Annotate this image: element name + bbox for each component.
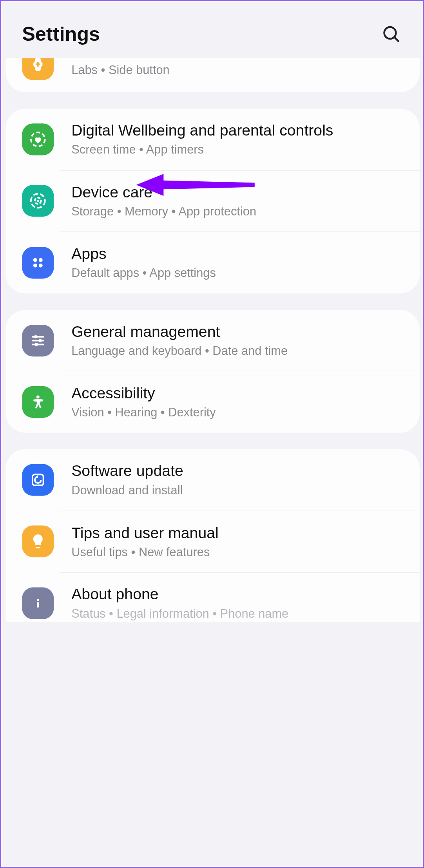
settings-item-text: Apps Default apps • App settings — [71, 244, 404, 281]
settings-item-text: Accessibility Vision • Hearing • Dexteri… — [71, 383, 404, 421]
settings-item-subtitle: Useful tips • New features — [71, 544, 404, 560]
svg-point-14 — [39, 339, 42, 342]
settings-group: Advanced features Labs • Side button — [5, 58, 420, 92]
settings-item-general-management[interactable]: General management Language and keyboard… — [5, 310, 420, 371]
heart-circle-icon — [22, 123, 54, 155]
settings-item-subtitle: Default apps • App settings — [71, 266, 404, 281]
search-button[interactable] — [379, 22, 404, 46]
settings-header: Settings — [1, 1, 424, 61]
settings-item-title: Device care — [71, 183, 404, 202]
sliders-icon — [22, 324, 54, 356]
svg-point-22 — [37, 599, 39, 601]
settings-item-text: About phone Status • Legal information •… — [71, 585, 404, 622]
settings-item-title: General management — [71, 322, 404, 341]
settings-item-advanced-features[interactable]: Advanced features Labs • Side button — [5, 58, 420, 92]
svg-line-1 — [395, 37, 399, 41]
settings-item-tips[interactable]: Tips and user manual Useful tips • New f… — [5, 511, 420, 572]
settings-item-title: Apps — [71, 244, 404, 263]
settings-item-text: Device care Storage • Memory • App prote… — [71, 183, 404, 220]
puzzle-plus-icon — [22, 58, 54, 80]
settings-item-text: General management Language and keyboard… — [71, 322, 404, 359]
svg-point-17 — [36, 396, 40, 399]
settings-item-accessibility[interactable]: Accessibility Vision • Hearing • Dexteri… — [5, 372, 420, 433]
settings-item-subtitle: Screen time • App timers — [71, 142, 404, 158]
svg-point-12 — [34, 335, 37, 338]
svg-point-8 — [39, 258, 43, 262]
settings-item-text: Tips and user manual Useful tips • New f… — [71, 523, 404, 560]
settings-item-subtitle: Storage • Memory • App protection — [71, 204, 404, 219]
device-care-icon — [22, 185, 54, 217]
settings-item-subtitle: Language and keyboard • Date and time — [71, 343, 404, 359]
settings-group: Software update Download and install Tip… — [5, 449, 420, 622]
update-icon — [22, 464, 54, 495]
settings-item-title: Tips and user manual — [71, 523, 404, 542]
settings-item-subtitle: Labs • Side button — [71, 62, 404, 78]
lightbulb-icon — [22, 526, 54, 557]
settings-item-title: Accessibility — [71, 383, 404, 403]
settings-item-text: Advanced features Labs • Side button — [71, 60, 404, 78]
settings-item-subtitle: Vision • Hearing • Dexterity — [71, 405, 404, 421]
settings-item-title: Digital Wellbeing and parental controls — [71, 121, 404, 140]
settings-item-subtitle: Status • Legal information • Phone name — [71, 606, 404, 622]
page-title: Settings — [22, 23, 100, 46]
settings-item-software-update[interactable]: Software update Download and install — [5, 449, 420, 510]
settings-item-about-phone[interactable]: About phone Status • Legal information •… — [5, 573, 420, 622]
settings-item-device-care[interactable]: Device care Storage • Memory • App prote… — [5, 170, 420, 231]
settings-item-text: Digital Wellbeing and parental controls … — [71, 121, 404, 158]
svg-point-16 — [35, 343, 38, 346]
settings-item-title: Software update — [71, 461, 404, 481]
search-icon — [382, 25, 401, 43]
svg-point-5 — [37, 200, 39, 202]
settings-item-title: About phone — [71, 585, 404, 604]
apps-dots-icon — [22, 247, 54, 278]
settings-group: General management Language and keyboard… — [5, 310, 420, 433]
info-icon — [22, 588, 54, 619]
svg-rect-23 — [37, 602, 39, 608]
settings-item-digital-wellbeing[interactable]: Digital Wellbeing and parental controls … — [5, 108, 420, 170]
person-icon — [22, 386, 54, 418]
settings-group: Digital Wellbeing and parental controls … — [5, 108, 420, 293]
settings-item-text: Software update Download and install — [71, 461, 404, 499]
settings-item-subtitle: Download and install — [71, 483, 404, 498]
svg-point-10 — [39, 264, 43, 268]
svg-point-9 — [33, 264, 37, 268]
settings-item-apps[interactable]: Apps Default apps • App settings — [5, 232, 420, 293]
svg-point-7 — [33, 258, 37, 262]
